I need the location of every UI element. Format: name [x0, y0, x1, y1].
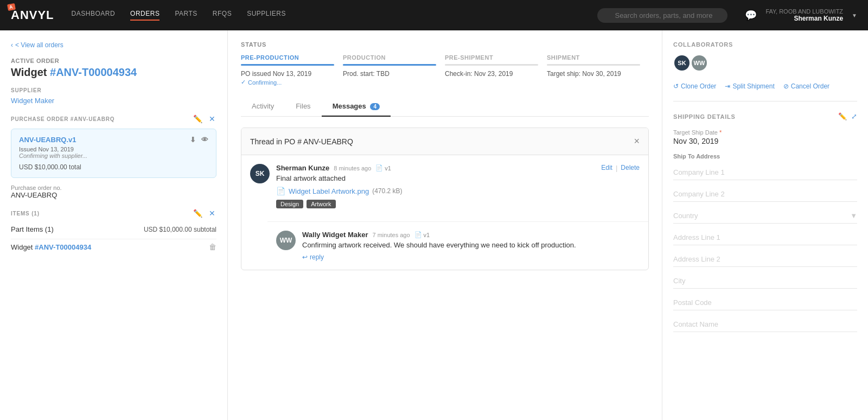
- stage-pre-production: PRE-PRODUCTION PO issued Nov 13, 2019 ✓ …: [241, 54, 343, 86]
- city-field[interactable]: City: [673, 273, 857, 289]
- collaborators-section: COLLABORATORS SK WW: [673, 41, 857, 72]
- reply-message-body: Wally Widget Maker 7 minutes ago 📄 v1 Co…: [302, 231, 640, 261]
- stage-pre-production-name: PRE-PRODUCTION: [241, 54, 334, 61]
- order-id[interactable]: #ANV-T00004934: [50, 66, 137, 78]
- stage-shipment-name: SHIPMENT: [547, 54, 640, 61]
- items-close-button[interactable]: ✕: [208, 208, 216, 219]
- po-edit-button[interactable]: ✏️: [192, 113, 203, 124]
- message-edit-link[interactable]: Edit: [601, 164, 612, 172]
- nav-parts[interactable]: PARTS: [175, 10, 197, 21]
- message-attachment: 📄 Widget Label Artwork.png (470.2 kB): [276, 187, 640, 195]
- shipping-edit-icon[interactable]: ✏️: [838, 112, 847, 120]
- nav-company: FAY, ROOB AND LUBOWITZ: [765, 8, 843, 15]
- part-item-delete-button[interactable]: 🗑: [209, 243, 216, 251]
- shipping-title: SHIPPING DETAILS: [673, 113, 736, 120]
- part-items-row: Part Items (1) USD $10,000.00 subtotal: [11, 223, 216, 236]
- logo[interactable]: A ANVYL: [11, 8, 54, 22]
- po-card-total: USD $10,000.00 total: [19, 163, 208, 171]
- company-line-1-field[interactable]: Company Line 1: [673, 165, 857, 180]
- search-input[interactable]: [597, 8, 727, 23]
- part-item-row: Widget #ANV-T00004934 🗑: [11, 239, 216, 254]
- cancel-order-button[interactable]: ⊘ Cancel Order: [783, 82, 829, 90]
- status-stages: PRE-PRODUCTION PO issued Nov 13, 2019 ✓ …: [241, 54, 649, 86]
- po-number-label: Purchase order no.: [11, 184, 216, 191]
- order-actions: ↺ Clone Order ⇥ Split Shipment ⊘ Cancel …: [673, 82, 857, 101]
- part-item-id[interactable]: #ANV-T00004934: [35, 243, 91, 251]
- nav-suppliers[interactable]: SUPPLIERS: [247, 10, 286, 21]
- sidebar: ‹ < View all orders Active Order Widget …: [0, 30, 228, 420]
- po-card-date: Issued Nov 13, 2019: [19, 146, 208, 152]
- nav-rfqs[interactable]: RFQS: [213, 10, 232, 21]
- message-body: Sherman Kunze 8 minutes ago 📄 v1 Edit | …: [276, 164, 640, 213]
- reply-link[interactable]: ↩ reply: [302, 253, 640, 261]
- shipping-icons: ✏️ ⤢: [838, 112, 857, 120]
- address-line-2-placeholder: Address Line 2: [673, 255, 720, 263]
- attachment-size: (470.2 kB): [372, 187, 402, 195]
- reply-message-item: WW Wally Widget Maker 7 minutes ago 📄 v1…: [267, 222, 648, 270]
- thread-close-button[interactable]: ×: [634, 136, 640, 147]
- po-card-name[interactable]: ANV-UEABRQ.v1: [19, 136, 76, 144]
- reply-text: Confirming artwork received. We should h…: [302, 241, 640, 249]
- message-delete-link[interactable]: Delete: [621, 164, 640, 172]
- address-line-1-field[interactable]: Address Line 1: [673, 230, 857, 245]
- message-thread: Thread in PO # ANV-UEABRQ × SK Sherman K…: [241, 128, 649, 270]
- clone-order-button[interactable]: ↺ Clone Order: [673, 82, 716, 90]
- messages-icon[interactable]: 💬: [745, 9, 757, 21]
- nav-orders[interactable]: ORDERS: [130, 10, 159, 21]
- postal-code-field[interactable]: Postal Code: [673, 295, 857, 310]
- status-label: STATUS: [241, 41, 649, 48]
- items-title: ITEMS (1): [11, 211, 40, 217]
- message-time: 8 minutes ago: [334, 165, 371, 171]
- download-icon[interactable]: ⬇: [190, 136, 196, 144]
- tab-activity[interactable]: Activity: [241, 97, 285, 117]
- tab-files[interactable]: Files: [285, 97, 321, 117]
- po-number-row: Purchase order no. ANV-UEABRQ: [11, 184, 216, 199]
- message-tags: Design Artwork: [276, 200, 640, 208]
- nav-user-chevron[interactable]: ▼: [852, 12, 857, 18]
- items-edit-button[interactable]: ✏️: [192, 208, 203, 219]
- shipping-expand-icon[interactable]: ⤢: [851, 112, 857, 120]
- main-content: STATUS PRE-PRODUCTION PO issued Nov 13, …: [228, 30, 662, 420]
- collab-avatars: SK WW: [673, 54, 857, 72]
- view-icon[interactable]: 👁: [201, 136, 208, 144]
- back-link[interactable]: ‹ < View all orders: [11, 41, 216, 49]
- search-wrap: 🔍: [597, 8, 727, 23]
- tabs: Activity Files Messages 4: [241, 97, 649, 117]
- stage-shipment-info: Target ship: Nov 30, 2019: [547, 70, 640, 78]
- address-line-2-field[interactable]: Address Line 2: [673, 252, 857, 267]
- stage-pre-shipment-name: PRE-SHIPMENT: [445, 54, 538, 61]
- reply-author: Wally Widget Maker: [302, 231, 368, 239]
- tab-messages[interactable]: Messages 4: [322, 97, 391, 117]
- nav-links: DASHBOARD ORDERS PARTS RFQS SUPPLIERS: [72, 10, 580, 21]
- country-field[interactable]: Country ▼: [673, 208, 857, 224]
- reply-time: 7 minutes ago: [372, 232, 410, 238]
- right-panel: COLLABORATORS SK WW ↺ Clone Order ⇥ Spli…: [662, 30, 868, 420]
- tag-artwork: Artwork: [307, 200, 335, 208]
- postal-code-placeholder: Postal Code: [673, 298, 712, 307]
- contact-name-field[interactable]: Contact Name: [673, 317, 857, 332]
- message-item: SK Sherman Kunze 8 minutes ago 📄 v1 Edit…: [241, 155, 648, 221]
- reply-thread: WW Wally Widget Maker 7 minutes ago 📄 v1…: [267, 221, 648, 270]
- po-number-value: ANV-UEABRQ: [11, 191, 216, 199]
- message-author: Sherman Kunze: [276, 164, 329, 172]
- attachment-link[interactable]: Widget Label Artwork.png: [289, 187, 369, 195]
- clone-icon: ↺: [673, 82, 679, 90]
- stage-pre-shipment-bar: [445, 64, 538, 66]
- message-header: Sherman Kunze 8 minutes ago 📄 v1 Edit | …: [276, 164, 640, 172]
- po-card-confirming: Confirming with supplier...: [19, 152, 208, 159]
- supplier-link[interactable]: Widget Maker: [11, 97, 54, 105]
- country-placeholder: Country: [673, 212, 698, 220]
- messages-badge: 4: [370, 103, 380, 110]
- address-line-1-placeholder: Address Line 1: [673, 233, 720, 241]
- collaborators-title: COLLABORATORS: [673, 41, 857, 48]
- company-line-2-field[interactable]: Company Line 2: [673, 187, 857, 202]
- po-close-button[interactable]: ✕: [208, 113, 216, 124]
- po-header: PURCHASE ORDER #ANV-UEABRQ ✏️ ✕: [11, 113, 216, 124]
- message-version: 📄 v1: [375, 164, 391, 171]
- company-line-2-placeholder: Company Line 2: [673, 190, 725, 198]
- nav-dashboard[interactable]: DASHBOARD: [72, 10, 116, 21]
- thread-header: Thread in PO # ANV-UEABRQ ×: [241, 128, 648, 155]
- reply-version: 📄 v1: [414, 231, 430, 238]
- stage-pre-production-bar: [241, 64, 334, 66]
- split-shipment-button[interactable]: ⇥ Split Shipment: [725, 82, 774, 90]
